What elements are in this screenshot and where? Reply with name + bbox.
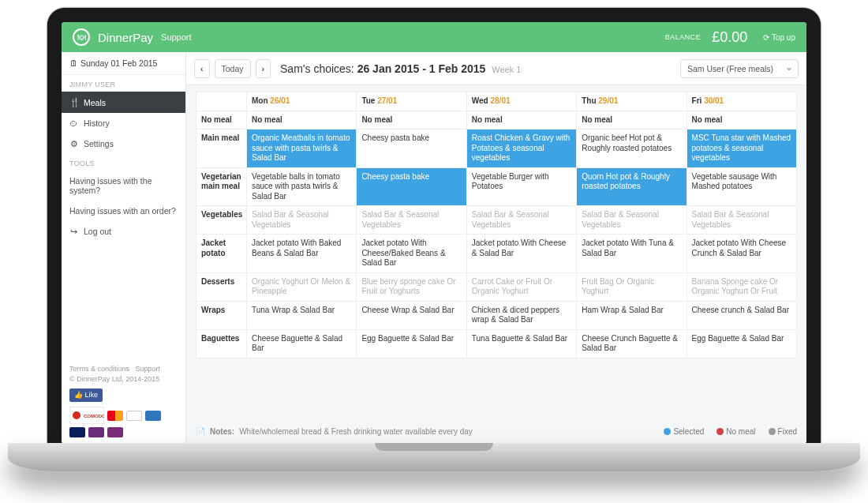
meal-cell[interactable]: Organic Meatballs in tomato sauce with p… — [247, 130, 357, 168]
meal-cell[interactable]: No meal — [466, 111, 576, 130]
meal-cell[interactable]: Cheese Crunch Baguette & Salad Bar — [577, 329, 687, 358]
day-header: Wed 28/01 — [466, 92, 576, 111]
meal-cell[interactable]: Salad Bar & Seasonal Vegetables — [357, 206, 466, 235]
meal-cell[interactable]: Salad Bar & Seasonal Vegetables — [577, 206, 687, 235]
table-row: Main mealOrganic Meatballs in tomato sau… — [196, 130, 797, 168]
sidebar-item-settings[interactable]: ⚙Settings — [62, 133, 185, 154]
meal-cell[interactable]: No meal — [577, 111, 687, 130]
brand-name: DinnerPay — [98, 31, 153, 44]
meals-table: Mon 26/01Tue 27/01Wed 28/01Thu 29/01Fri … — [196, 92, 797, 358]
meal-cell[interactable]: Jacket potato With Cheese & Salad Bar — [466, 235, 576, 273]
svg-text:COMODO: COMODO — [84, 414, 104, 419]
meal-cell[interactable]: Organic Yoghurt Or Melon & Pineapple — [247, 272, 357, 301]
sidebar-item-icon: ⏲ — [69, 118, 78, 128]
meal-cell[interactable]: Cheesy pasta bake — [357, 167, 466, 206]
meal-cell[interactable]: No meal — [357, 111, 466, 130]
switch-icon — [107, 427, 123, 437]
sidebar-tool-label: Having issues with the system? — [69, 176, 178, 195]
table-row: DessertsOrganic Yoghurt Or Melon & Pinea… — [196, 272, 797, 301]
meal-cell[interactable]: Quorn Hot pot & Roughly roasted potatoes — [577, 167, 687, 206]
support-link[interactable]: Support — [161, 32, 192, 42]
prev-week-button[interactable]: ‹ — [194, 59, 210, 78]
meal-cell[interactable]: Blue berry sponge cake Or Fruit or Yoghu… — [357, 272, 466, 301]
table-row: WrapsTuna Wrap & Salad BarCheese Wrap & … — [196, 301, 797, 329]
solo-icon — [88, 427, 104, 437]
svg-point-1 — [73, 411, 80, 419]
footer-support-link[interactable]: Support — [136, 365, 161, 373]
meal-cell[interactable]: Vegetable balls in tomato sauce with pas… — [247, 167, 357, 206]
amex-icon — [145, 411, 161, 421]
meal-cell[interactable]: Banana Sponge cake Or Organic Yoghurt Or… — [687, 272, 796, 301]
meal-cell[interactable]: Cheese Wrap & Salad Bar — [357, 301, 466, 329]
notes-icon: 📄 — [196, 427, 205, 436]
meal-cell[interactable]: Egg Baguette & Salad Bar — [687, 329, 796, 358]
meal-cell[interactable]: Salad Bar & Seasonal Vegetables — [247, 206, 357, 235]
row-label: Vegetables — [196, 206, 247, 235]
main-panel: ‹ Today › Sam's choices: 26 Jan 2015 - 1… — [186, 52, 806, 444]
meal-cell[interactable]: Fruit Bag Or Organic Yoghurt — [577, 272, 687, 301]
notes-footer: 📄 Notes: White/wholemeal bread & Fresh d… — [186, 422, 806, 444]
sidebar-footer: Terms & conditions Support © DinnerPay L… — [62, 358, 185, 445]
meal-cell[interactable]: Egg Baguette & Salad Bar — [357, 329, 466, 358]
row-label: Vegetarian main meal — [196, 167, 247, 206]
meal-cell[interactable]: Jacket potato With Tuna & Salad Bar — [577, 235, 687, 273]
day-header: Thu 29/01 — [577, 92, 687, 111]
like-button[interactable]: 👍 Like — [69, 389, 103, 403]
meal-cell[interactable]: Cheesy pasta bake — [357, 130, 466, 168]
row-label: Main meal — [196, 130, 247, 168]
meal-cell[interactable]: Vegetable sausage With Mashed potatoes — [687, 167, 796, 206]
meal-cell[interactable]: Organic beef Hot pot & Roughly roasted p… — [577, 130, 687, 168]
meal-cell[interactable]: Roast Chicken & Gravy with Potatoes & se… — [466, 130, 576, 168]
meal-cell[interactable]: Ham Wrap & Salad Bar — [577, 301, 687, 329]
meal-cell[interactable]: MSC Tuna star with Mashed potatoes & sea… — [687, 130, 796, 168]
row-label: Baguettes — [196, 329, 247, 358]
table-row: No mealNo mealNo mealNo mealNo mealNo me… — [196, 111, 797, 130]
date-text: Sunday 01 Feb 2015 — [80, 58, 158, 68]
logout-label: Log out — [84, 227, 111, 236]
meal-cell[interactable]: Salad Bar & Seasonal Vegetables — [687, 206, 796, 235]
meal-cell[interactable]: Vegetable Burger with Potatoes — [466, 167, 576, 206]
table-row: BaguettesCheese Baguette & Salad BarEgg … — [196, 329, 797, 358]
visa-icon — [126, 411, 142, 421]
terms-link[interactable]: Terms & conditions — [69, 365, 129, 373]
sidebar-item-meals[interactable]: 🍴Meals — [62, 92, 185, 113]
meal-cell[interactable]: Chicken & diced peppers wrap & Salad Bar — [466, 301, 576, 329]
balance-amount: £0.00 — [712, 29, 747, 46]
meal-cell[interactable]: No meal — [687, 111, 796, 130]
topup-button[interactable]: ⟳ Top up — [763, 33, 795, 42]
page-title: Sam's choices: 26 Jan 2015 - 1 Feb 2015 … — [280, 62, 521, 75]
child-select[interactable]: Sam User (Free meals) — [680, 59, 799, 78]
next-week-button[interactable]: › — [256, 59, 271, 78]
meal-cell[interactable]: Jacket potato With Cheese Crunch & Salad… — [687, 235, 796, 273]
table-row: VegetablesSalad Bar & Seasonal Vegetable… — [196, 206, 797, 235]
meal-cell[interactable]: Jacket potato With Cheese/Baked Beans & … — [357, 235, 466, 273]
sidebar-tool-item[interactable]: Having issues with an order? — [62, 201, 185, 221]
row-label: No meal — [196, 111, 247, 130]
mastercard-icon — [107, 411, 123, 421]
logout-button[interactable]: ↪ Log out — [62, 221, 185, 242]
sidebar-tool-item[interactable]: Having issues with the system? — [62, 171, 185, 201]
meal-cell[interactable]: Carrot Cake or Fruit Or Organic Yoghurt — [466, 272, 576, 301]
current-date: 🗓 Sunday 01 Feb 2015 — [62, 52, 185, 75]
meal-cell[interactable]: Cheese Baguette & Salad Bar — [247, 329, 357, 358]
table-row: Jacket potatoJacket potato With Baked Be… — [196, 235, 797, 273]
meal-cell[interactable]: Tuna Wrap & Salad Bar — [247, 301, 357, 329]
sidebar-item-icon: 🍴 — [69, 97, 78, 107]
table-row: Vegetarian main mealVegetable balls in t… — [196, 167, 797, 206]
user-group-label: JIMMY USER — [62, 75, 185, 92]
child-select-value: Sam User (Free meals) — [687, 64, 773, 73]
row-label: Jacket potato — [196, 235, 247, 273]
meal-cell[interactable]: Salad Bar & Seasonal Vegetables — [466, 206, 576, 235]
sidebar-item-label: Meals — [84, 98, 106, 107]
row-label: Wraps — [196, 301, 247, 329]
meal-cell[interactable]: Jacket potato With Baked Beans & Salad B… — [247, 235, 357, 273]
sidebar-item-label: History — [84, 118, 110, 128]
sidebar-item-history[interactable]: ⏲History — [62, 113, 185, 133]
today-button[interactable]: Today — [215, 59, 251, 78]
title-week: Week 1 — [492, 65, 521, 74]
meal-cell[interactable]: Tuna Baguette & Salad Bar — [466, 329, 576, 358]
meal-cell[interactable]: No meal — [247, 111, 357, 130]
legend-selected: Selected — [664, 427, 704, 436]
maestro-icon — [69, 427, 85, 437]
meal-cell[interactable]: Cheese crunch & Salad Bar — [687, 301, 796, 329]
